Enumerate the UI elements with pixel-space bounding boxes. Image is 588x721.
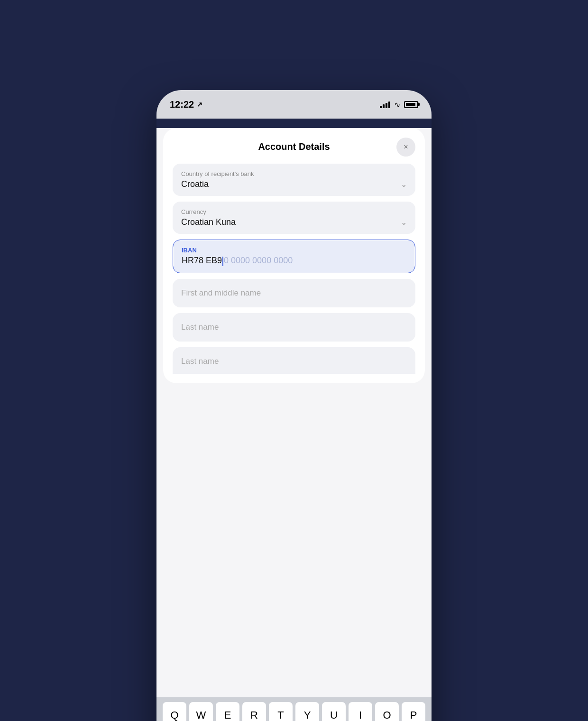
keyboard-row-1: QWERTYUIOP (158, 702, 430, 721)
last-name-placeholder: Last name (181, 323, 219, 332)
key-r[interactable]: R (242, 702, 266, 721)
currency-value: Croatian Kuna (181, 217, 236, 227)
key-u[interactable]: U (322, 702, 346, 721)
modal-card: Account Details × Country of recipient's… (163, 128, 425, 383)
modal-header: Account Details × (173, 141, 415, 152)
status-bar: 12:22 ↗ ∿ (156, 90, 432, 119)
modal-title: Account Details (258, 141, 330, 152)
currency-row: Croatian Kuna ⌄ (181, 217, 407, 227)
currency-field[interactable]: Currency Croatian Kuna ⌄ (173, 202, 415, 234)
status-time: 12:22 ↗ (170, 99, 202, 110)
time-display: 12:22 (170, 99, 194, 110)
phone-frame: 12:22 ↗ ∿ Account Details × (156, 90, 432, 721)
close-button[interactable]: × (396, 138, 415, 157)
wifi-icon: ∿ (394, 100, 400, 109)
iban-field[interactable]: IBAN HR78 EB90 0000 0000 0000 (173, 240, 415, 273)
signal-icon (380, 101, 390, 108)
country-field[interactable]: Country of recipient's bank Croatia ⌄ (173, 164, 415, 196)
location-icon: ↗ (197, 101, 202, 108)
iban-placeholder: 0 0000 0000 0000 (224, 256, 293, 265)
iban-typed: HR78 EB9 (182, 256, 222, 265)
country-value: Croatia (181, 179, 209, 189)
country-label: Country of recipient's bank (181, 170, 407, 177)
currency-label: Currency (181, 208, 407, 215)
key-o[interactable]: O (375, 702, 399, 721)
last-name-field[interactable]: Last name (173, 313, 415, 342)
key-t[interactable]: T (269, 702, 293, 721)
keyboard: QWERTYUIOP ASDFGHJKL (156, 697, 432, 721)
key-e[interactable]: E (216, 702, 239, 721)
key-i[interactable]: I (349, 702, 372, 721)
first-name-placeholder: First and middle name (181, 288, 261, 297)
last-name-placeholder-2: Last name (181, 357, 219, 366)
status-icons: ∿ (380, 100, 418, 109)
battery-icon (404, 101, 418, 108)
key-q[interactable]: Q (163, 702, 186, 721)
iban-value-row: HR78 EB90 0000 0000 0000 (182, 256, 406, 266)
main-content: Account Details × Country of recipient's… (156, 128, 432, 697)
close-icon: × (404, 143, 408, 151)
text-cursor (222, 257, 223, 266)
key-w[interactable]: W (189, 702, 213, 721)
country-row: Croatia ⌄ (181, 179, 407, 189)
last-name-field-2[interactable]: Last name (173, 347, 415, 374)
key-y[interactable]: Y (295, 702, 319, 721)
chevron-down-icon: ⌄ (401, 180, 407, 189)
key-p[interactable]: P (402, 702, 425, 721)
chevron-down-icon-currency: ⌄ (401, 218, 407, 227)
iban-label: IBAN (182, 247, 406, 254)
first-name-field[interactable]: First and middle name (173, 279, 415, 307)
